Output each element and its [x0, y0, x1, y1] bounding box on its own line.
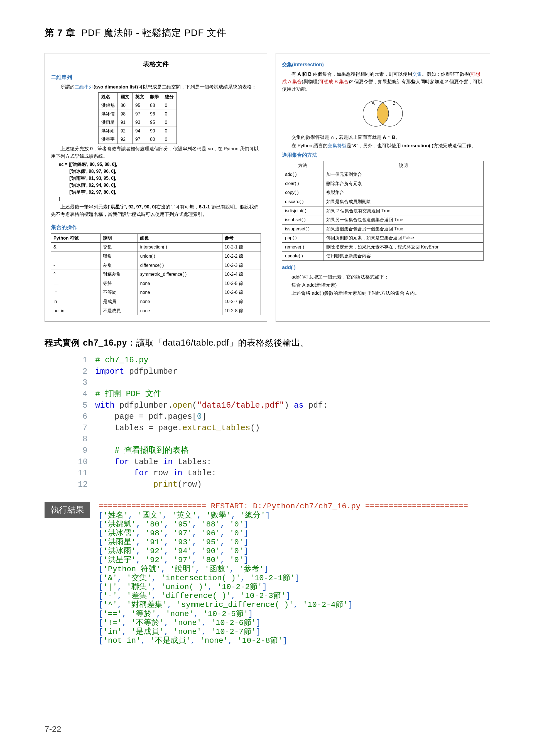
result-badge: 執行結果 [45, 502, 90, 518]
table-row: not in不是成員none10-2-8 節 [51, 306, 261, 315]
code-line: 5with pdfplumber.open("data16/table.pdf"… [78, 400, 514, 412]
table-row: &交集intersection( )10-2-1 節 [51, 243, 261, 252]
section-set-ops: 集合的操作 [51, 223, 261, 231]
page-number: 7-22 [45, 724, 61, 734]
table-row: isdisjoint( )如果 2 個集合沒有交集返回 True [282, 206, 484, 215]
code-line: 10 for table in tables: [78, 457, 514, 468]
table-row: 姓名 國文 英文 數學 總分 [98, 93, 177, 101]
code-line: 9 # 查看擷取到的表格 [78, 445, 514, 457]
code-line: 12 print(row) [78, 479, 514, 490]
grades-table: 姓名 國文 英文 數學 總分 洪錦魁8095880 洪冰儒9897960 洪雨星… [98, 92, 177, 144]
code-line: 4# 打開 PDF 文件 [78, 389, 514, 400]
table-row: 方法說明 [282, 161, 484, 170]
term-line: ['姓名', '國文', '英文', '數學', '總分'] [98, 511, 270, 520]
result-row: 執行結果 ======================= RESTART: D:… [45, 502, 514, 645]
left-panel: 表格文件 二維串列 所謂的二維串列(two dimension list)可以想… [45, 53, 267, 322]
term-line: ['in', '是成員', 'none', '10-2-7節'] [98, 627, 261, 636]
para-3: 上述最後一筆串列元素['洪星宇', 92, 97, 90, 0]右邊的","可有… [51, 203, 261, 218]
svg-text:A: A [372, 101, 375, 106]
table-row: ==等於none10-2-5 節 [51, 279, 261, 288]
chapter-header: 第 7 章 PDF 魔法師 - 輕鬆搞定 PDF 文件 [45, 26, 514, 39]
term-line: ['洪冰儒', '98', '97', '96', '0'] [98, 529, 248, 537]
table-row: 洪雨星9193950 [98, 118, 177, 127]
term-line: ['洪星宇', '92', '97', '80', '0'] [98, 556, 248, 564]
left-panel-title: 表格文件 [51, 59, 261, 69]
table-row: clear( )刪除集合所有元素 [282, 179, 484, 188]
code-line: 1# ch7_16.py [78, 355, 514, 366]
code-line: 2import pdfplumber [78, 366, 514, 377]
venn-icon: A B [356, 97, 409, 130]
code-line: 3 [78, 377, 514, 389]
example-title: 程式實例 ch7_16.py：讀取「data16/table.pdf」的表格然後… [45, 337, 514, 349]
term-line: ['洪錦魁', '80', '95', '88', '0'] [98, 520, 248, 529]
table-row: add( )加一個元素到集合 [282, 170, 484, 179]
term-line: ['洪冰雨', '92', '94', '90', '0'] [98, 547, 248, 555]
right-panel: 交集(intersection) 有 A 和 B 兩個集合，如果想獲得相同的元素… [275, 53, 490, 322]
table-row: !=不等於none10-2-6 節 [51, 288, 261, 297]
para-r2: 交集的數學符號是 ∩，若是以上圖而言就是 A ∩ B。 [282, 134, 484, 141]
term-line: ['|', '聯集', 'union( )', '10-2-2節'] [98, 583, 267, 591]
section-two-dim-list: 二維串列 [51, 73, 261, 82]
chapter-title: PDF 魔法師 - 輕鬆搞定 PDF 文件 [81, 27, 227, 38]
para-2: 上述總分先放 0，筆者會教導讀者如何處理這個部分，假設串列名稱是 sc，在 Py… [51, 145, 261, 160]
table-row: update( )使用聯集更新集合內容 [282, 252, 484, 261]
term-line: ['not in', '不是成員', 'none', '10-2-8節'] [98, 636, 287, 645]
para-r1: 有 A 和 B 兩個集合，如果想獲得相同的元素，則可以使用交集。例如：你舉辦了數… [282, 70, 484, 93]
svg-text:B: B [393, 101, 396, 106]
table-row: 洪錦魁8095880 [98, 101, 177, 110]
add-para-2: 集合 A.add(新增元素) [282, 281, 484, 289]
table-row: 洪星宇9297800 [98, 135, 177, 144]
table-row: Python 符號說明函數參考 [51, 233, 261, 243]
table-row: issuperset( )如果這個集合包含另一個集合返回 True [282, 224, 484, 233]
table-row: |聯集union( )10-2-2 節 [51, 252, 261, 261]
set-ops-table: Python 符號說明函數參考 &交集intersection( )10-2-1… [51, 233, 261, 315]
code-line: 11 for row in table: [78, 468, 514, 479]
section-add: add( ) [282, 264, 484, 272]
code-line: 6 page = pdf.pages[0] [78, 411, 514, 423]
chapter-number: 第 7 章 [45, 27, 75, 38]
table-row: issubset( )如果另一個集合包含這個集合返回 True [282, 215, 484, 225]
term-line: ['^', '對稱差集', 'symmetric_difference( )',… [98, 600, 353, 609]
term-line: ['!=', '不等於', 'none', '10-2-6節'] [98, 619, 261, 627]
code-line: 7 tables = page.extract_tables() [78, 423, 514, 434]
sc-code: sc = [['洪錦魁', 80, 95, 88, 0], ['洪冰儒', 98… [59, 161, 261, 203]
terminal-output: ======================= RESTART: D:/Pyth… [98, 502, 468, 645]
term-line: ['&', '交集', 'intersection( )', '10-2-1節'… [98, 574, 300, 582]
restart-line: ======================= RESTART: D:/Pyth… [98, 502, 468, 510]
venn-diagram: A B [282, 97, 484, 130]
add-para-1: add( )可以增加一個元素，它的語法格式如下： [282, 273, 484, 281]
add-para-3: 上述會將 add( )參數的新增元素加到呼叫此方法的集合 A 內。 [282, 290, 484, 297]
table-row: discard( )如果是集合成員則刪除 [282, 197, 484, 206]
term-line: ['洪雨星', '91', '93', '95', '0'] [98, 538, 248, 547]
table-row: ^對稱差集symmetric_difference( )10-2-4 節 [51, 270, 261, 279]
para-1: 所謂的二維串列(two dimension list)可以想成是二維空間，下列是… [51, 83, 261, 91]
section-intersection: 交集(intersection) [282, 61, 484, 69]
table-row: remove( )刪除指定元素，如果此元素不存在，程式將返回 KeyError [282, 242, 484, 252]
table-row: 洪冰雨9294900 [98, 127, 177, 135]
code-block: 1# ch7_16.py 2import pdfplumber 3 4# 打開 … [78, 355, 514, 490]
section-set-methods: 適用集合的方法 [282, 151, 484, 159]
para-r3: 在 Python 語言的交集符號是"&"，另外，也可以使用 intersecti… [282, 142, 484, 150]
term-line: ['==', '等於', 'none', '10-2-5節'] [98, 610, 253, 618]
term-line: ['Python 符號', '說明', '函數', '參考'] [98, 565, 269, 573]
set-methods-table: 方法說明 add( )加一個元素到集合 clear( )刪除集合所有元素 cop… [282, 161, 484, 261]
table-row: 洪冰儒9897960 [98, 110, 177, 118]
panels-row: 表格文件 二維串列 所謂的二維串列(two dimension list)可以想… [45, 53, 514, 322]
term-line: ['-', '差集', 'difference( )', '10-2-3節'] [98, 592, 290, 600]
table-row: pop( )傳回所刪除的元素，如果是空集合返回 False [282, 233, 484, 243]
table-row: copy( )複製集合 [282, 188, 484, 197]
table-row: in是成員none10-2-7 節 [51, 297, 261, 306]
table-row: -差集difference( )10-2-3 節 [51, 261, 261, 270]
code-line: 8 [78, 434, 514, 445]
